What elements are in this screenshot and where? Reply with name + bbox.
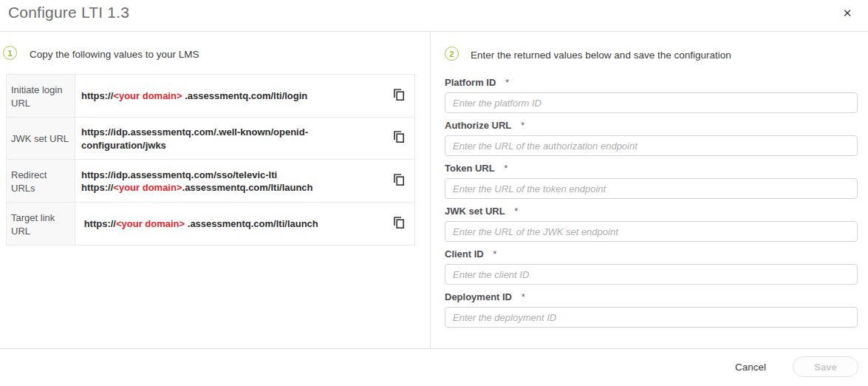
form-field: Deployment ID *: [445, 291, 858, 328]
url-value: https://idp.assessmentq.com/.well-known/…: [75, 118, 383, 159]
step-2-instruction: Enter the returned values below and save…: [471, 50, 731, 61]
value-label: Redirect URLs: [7, 160, 75, 202]
required-asterisk: *: [504, 163, 508, 174]
form-field: JWK set URL *: [445, 206, 858, 242]
field-input[interactable]: [445, 135, 858, 156]
dialog-title: Configure LTI 1.3: [8, 4, 129, 21]
field-label: Client ID: [445, 248, 484, 260]
copy-icon: [393, 173, 405, 189]
url-value: https://idp.assessmentq.com/sso/televic-…: [75, 160, 383, 202]
url-value: https://<your domain> .assessmentq.com/l…: [75, 75, 383, 117]
field-input[interactable]: [445, 178, 858, 199]
header-divider: [0, 31, 868, 32]
step-1-instruction: Copy the following values to your LMS: [30, 49, 199, 60]
table-row: Target link URL https://<your domain> .a…: [7, 203, 414, 245]
field-input[interactable]: [445, 221, 858, 242]
configuration-form: Platform ID * Authorize URL * Token URL …: [445, 74, 858, 334]
field-input[interactable]: [445, 307, 858, 328]
value-label: Target link URL: [7, 203, 75, 245]
copy-button[interactable]: [383, 160, 414, 202]
field-label: Authorize URL: [445, 120, 511, 131]
copy-icon: [393, 88, 405, 104]
field-label-row: Authorize URL *: [445, 120, 858, 132]
field-label: Deployment ID: [445, 291, 512, 302]
save-button[interactable]: Save: [793, 356, 858, 377]
field-label-row: Platform ID *: [445, 77, 858, 89]
form-field: Authorize URL *: [445, 120, 858, 156]
field-input[interactable]: [445, 264, 858, 285]
lti-values-table: Initiate login URL https://<your domain>…: [6, 74, 415, 246]
copy-icon: [393, 130, 405, 146]
required-asterisk: *: [521, 120, 524, 131]
field-label-row: Client ID *: [445, 248, 858, 260]
step-2-badge: 2: [445, 47, 459, 61]
field-label: JWK set URL: [445, 206, 505, 217]
table-row: Redirect URLs https://idp.assessmentq.co…: [7, 160, 414, 203]
form-field: Client ID *: [445, 248, 858, 285]
field-label-row: Token URL *: [445, 163, 858, 175]
table-row: JWK set URL https://idp.assessmentq.com/…: [7, 118, 414, 160]
required-asterisk: *: [514, 206, 518, 217]
field-label-row: JWK set URL *: [445, 206, 858, 217]
field-input[interactable]: [445, 92, 858, 113]
table-row: Initiate login URL https://<your domain>…: [7, 75, 414, 118]
required-asterisk: *: [493, 248, 496, 260]
close-icon[interactable]: ✕: [837, 3, 858, 24]
required-asterisk: *: [522, 291, 525, 302]
field-label: Platform ID: [445, 77, 496, 88]
field-label: Token URL: [445, 163, 495, 174]
cancel-button[interactable]: Cancel: [728, 359, 773, 376]
url-value: https://<your domain> .assessmentq.com/l…: [75, 203, 383, 245]
value-label: Initiate login URL: [7, 75, 75, 117]
panel-divider: [430, 32, 431, 348]
step-1-badge: 1: [3, 46, 17, 60]
value-label: JWK set URL: [7, 118, 75, 159]
copy-icon: [393, 216, 405, 232]
configure-lti-dialog: Configure LTI 1.3 ✕ 1 Copy the following…: [0, 0, 868, 386]
copy-button[interactable]: [383, 75, 414, 117]
form-field: Token URL *: [445, 163, 858, 199]
required-asterisk: *: [505, 77, 509, 88]
copy-button[interactable]: [383, 118, 414, 159]
field-label-row: Deployment ID *: [445, 291, 858, 303]
footer-divider: [0, 348, 868, 349]
form-field: Platform ID *: [445, 77, 858, 113]
copy-button[interactable]: [383, 203, 414, 245]
